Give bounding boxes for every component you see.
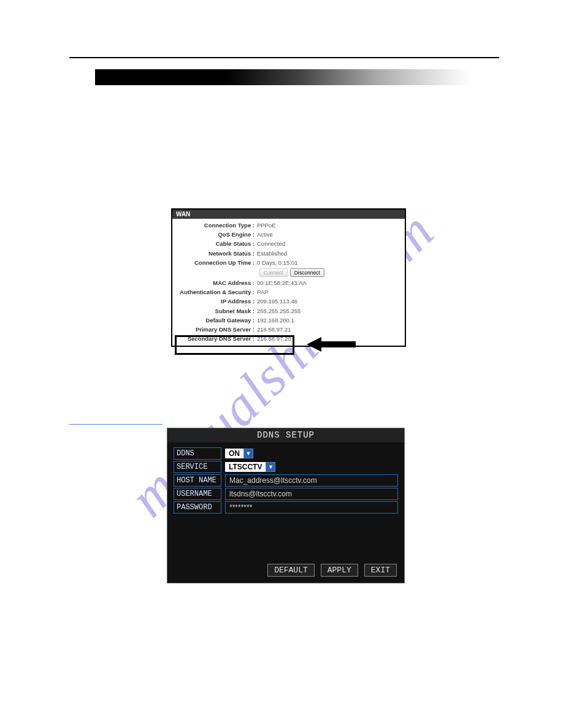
wan-value: 255.255.255.255 bbox=[257, 306, 401, 316]
wan-row: QoS Engine :Active bbox=[176, 230, 401, 239]
password-input[interactable]: ******** bbox=[225, 501, 398, 514]
wan-row: Secondary DNS Server :216.58.97.20 bbox=[176, 334, 401, 343]
wan-label: QoS Engine : bbox=[176, 230, 257, 239]
wan-label: Network Status : bbox=[176, 249, 257, 258]
link-underline bbox=[69, 424, 163, 425]
ddns-row-pass: PASSWORD ******** bbox=[174, 501, 398, 514]
wan-value: Established bbox=[257, 249, 401, 258]
wan-row: Default Gateway :192.168.200.1 bbox=[176, 316, 401, 325]
wan-row: Authentication & Security :PAP bbox=[176, 287, 401, 297]
wan-value: PPPoE bbox=[257, 221, 401, 230]
wan-label: Primary DNS Server : bbox=[176, 325, 257, 334]
wan-value: PAP bbox=[257, 287, 401, 297]
disconnect-button[interactable]: Disconnect bbox=[290, 268, 324, 277]
wan-label: Connection Up Time : bbox=[176, 258, 257, 267]
username-input[interactable]: ltsdns@ltscctv.com bbox=[225, 488, 398, 500]
wan-value: 192.168.200.1 bbox=[257, 316, 401, 325]
page-top-rule bbox=[69, 57, 499, 58]
service-label: SERVICE bbox=[174, 461, 221, 473]
exit-button[interactable]: EXIT bbox=[364, 564, 397, 577]
connect-button[interactable]: Connect bbox=[259, 268, 288, 277]
wan-value: 0 Days, 0:15:01 bbox=[257, 258, 401, 267]
svg-marker-0 bbox=[307, 337, 356, 352]
ddns-title: DDNS SETUP bbox=[167, 428, 404, 442]
wan-body: Connection Type :PPPoE QoS Engine :Activ… bbox=[172, 219, 405, 346]
wan-row: Network Status :Established bbox=[176, 249, 401, 258]
service-select-value: LTSCCTV bbox=[225, 462, 266, 472]
wan-row: Primary DNS Server :216.58.97.21 bbox=[176, 325, 401, 334]
wan-row: Connection Up Time :0 Days, 0:15:01 bbox=[176, 258, 401, 267]
default-button[interactable]: DEFAULT bbox=[267, 564, 315, 577]
arrow-icon bbox=[307, 336, 356, 355]
ddns-row-ddns: DDNS ON ▼ bbox=[174, 447, 398, 460]
wan-label: Authentication & Security : bbox=[176, 287, 257, 297]
wan-label: Subnet Mask : bbox=[176, 306, 257, 316]
ddns-label: DDNS bbox=[174, 447, 221, 460]
ddns-select-value: ON bbox=[225, 449, 243, 458]
ddns-row-user: USERNAME ltsdns@ltscctv.com bbox=[174, 488, 398, 500]
wan-label: MAC Address : bbox=[176, 278, 257, 287]
host-label: HOST NAME bbox=[174, 474, 221, 487]
wan-value: Connected bbox=[257, 239, 401, 248]
wan-label: Cable Status : bbox=[176, 239, 257, 248]
chevron-down-icon: ▼ bbox=[266, 462, 275, 472]
wan-row: Subnet Mask :255.255.255.255 bbox=[176, 306, 401, 316]
apply-button[interactable]: APPLY bbox=[321, 564, 358, 577]
wan-label: Secondary DNS Server : bbox=[176, 334, 257, 343]
wan-row: Cable Status :Connected bbox=[176, 239, 401, 248]
ddns-buttons: DEFAULT APPLY EXIT bbox=[167, 564, 404, 583]
page-gradient-bar bbox=[95, 69, 470, 85]
wan-panel: WAN Connection Type :PPPoE QoS Engine :A… bbox=[171, 208, 406, 347]
wan-value: 216.58.97.21 bbox=[257, 325, 401, 334]
wan-value: 00:1E:58:2E:43:AA bbox=[257, 278, 401, 287]
wan-row: MAC Address :00:1E:58:2E:43:AA bbox=[176, 278, 401, 287]
password-label: PASSWORD bbox=[174, 501, 221, 514]
username-label: USERNAME bbox=[174, 488, 221, 500]
wan-label: IP Address : bbox=[176, 297, 257, 306]
ddns-select[interactable]: ON ▼ bbox=[225, 449, 253, 458]
host-input[interactable]: Mac_address@ltscctv.com bbox=[225, 474, 398, 487]
chevron-down-icon: ▼ bbox=[243, 449, 253, 458]
service-select[interactable]: LTSCCTV ▼ bbox=[225, 462, 275, 472]
wan-buttons: Connect Disconnect bbox=[259, 267, 401, 278]
ddns-row-host: HOST NAME Mac_address@ltscctv.com bbox=[174, 474, 398, 487]
wan-label: Default Gateway : bbox=[176, 316, 257, 325]
wan-label: Connection Type : bbox=[176, 221, 257, 230]
wan-header: WAN bbox=[172, 210, 405, 219]
wan-row: IP Address :209.195.113.46 bbox=[176, 297, 401, 306]
wan-value: Active bbox=[257, 230, 401, 239]
wan-row: Connection Type :PPPoE bbox=[176, 221, 401, 230]
ddns-row-service: SERVICE LTSCCTV ▼ bbox=[174, 461, 398, 473]
ddns-body: DDNS ON ▼ SERVICE LTSCCTV ▼ HOST NAME Ma… bbox=[167, 442, 404, 564]
ddns-panel: DDNS SETUP DDNS ON ▼ SERVICE LTSCCTV ▼ H… bbox=[167, 428, 405, 583]
wan-value: 209.195.113.46 bbox=[257, 297, 401, 306]
